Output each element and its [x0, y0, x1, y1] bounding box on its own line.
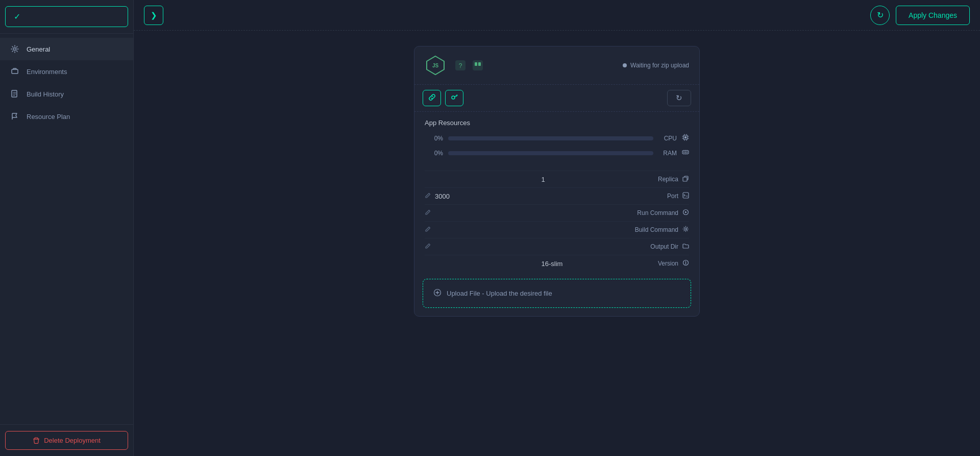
sidebar-item-label: General — [27, 45, 50, 53]
nodejs-logo: JS — [425, 55, 446, 76]
refresh-icon: ↻ — [877, 10, 884, 20]
svg-point-11 — [452, 96, 455, 99]
ram-row: 0% RAM — [425, 149, 689, 157]
sidebar-footer: Delete Deployment — [0, 424, 133, 456]
cpu-row: 0% CPU — [425, 134, 689, 142]
docs-icon[interactable] — [472, 59, 484, 71]
environments-icon — [10, 67, 19, 76]
ram-icon — [682, 149, 689, 157]
card-header-icons: ? — [454, 59, 484, 71]
delete-deployment-button[interactable]: Delete Deployment — [5, 431, 128, 450]
upload-box[interactable]: Upload File - Upload the desired file — [423, 279, 691, 308]
version-label: Version — [658, 260, 678, 267]
build-command-label: Build Command — [635, 226, 678, 233]
port-edit-icon[interactable] — [425, 193, 431, 200]
trash-icon — [33, 437, 40, 444]
replica-label: Replica — [658, 176, 678, 183]
svg-rect-8 — [473, 60, 483, 70]
ram-label: RAM — [658, 150, 677, 157]
build-command-edit-icon[interactable] — [425, 226, 431, 234]
config-rows: 1 Replica 3 — [414, 171, 699, 279]
resources-title: App Resources — [425, 119, 689, 127]
flag-icon — [10, 112, 19, 121]
svg-point-21 — [685, 228, 687, 230]
output-dir-row: Output Dir — [425, 238, 689, 255]
replica-value: 1 — [541, 176, 653, 183]
key-icon — [451, 93, 458, 103]
svg-text:?: ? — [459, 62, 462, 69]
folder-icon — [682, 243, 689, 251]
link-icon — [428, 93, 436, 103]
info-icon[interactable] — [682, 259, 689, 268]
svg-rect-17 — [687, 152, 688, 153]
run-command-label: Run Command — [637, 209, 678, 217]
sidebar-item-label: Resource Plan — [27, 113, 70, 121]
run-command-row: Run Command — [425, 204, 689, 221]
refresh-icon: ↻ — [676, 93, 682, 103]
status-dot — [623, 63, 627, 67]
sidebar-item-label: Build History — [27, 90, 64, 98]
svg-text:JS: JS — [432, 63, 439, 68]
upload-plus-icon — [433, 289, 442, 298]
terminal-small-icon — [682, 192, 689, 200]
svg-rect-13 — [684, 136, 687, 138]
card-header: JS ? — [414, 46, 699, 85]
svg-rect-19 — [683, 193, 689, 198]
svg-point-0 — [14, 48, 16, 51]
sidebar-item-general[interactable]: General — [0, 38, 133, 60]
version-row: 16-slim Version — [425, 255, 689, 272]
sidebar-item-label: Environments — [27, 68, 67, 76]
content-area: JS ? — [134, 31, 980, 456]
port-label: Port — [667, 193, 678, 200]
output-dir-label: Output Dir — [650, 243, 678, 250]
svg-rect-9 — [475, 62, 477, 66]
settings-icon — [682, 226, 689, 234]
sidebar-top: ✓ — [0, 0, 133, 34]
upload-section: Upload File - Upload the desired file — [423, 279, 691, 308]
copy-icon[interactable] — [682, 175, 689, 183]
chevron-down-icon: ✓ — [14, 12, 20, 21]
refresh-button[interactable]: ↻ — [870, 6, 890, 25]
svg-rect-16 — [685, 152, 686, 153]
svg-rect-3 — [33, 439, 39, 440]
card-refresh-button[interactable]: ↻ — [667, 90, 691, 106]
cpu-label: CPU — [658, 135, 677, 142]
port-row: 3000 Port — [425, 187, 689, 204]
sidebar-nav: General Environments Build History — [0, 34, 133, 424]
sidebar-item-resource-plan[interactable]: Resource Plan — [0, 105, 133, 128]
sidebar: ✓ General Environments — [0, 0, 134, 456]
sidebar-item-build-history[interactable]: Build History — [0, 83, 133, 105]
replica-row: 1 Replica — [425, 171, 689, 187]
delete-button-label: Delete Deployment — [44, 437, 101, 444]
app-config-card: JS ? — [414, 46, 700, 317]
svg-rect-18 — [683, 177, 687, 181]
svg-rect-1 — [12, 69, 18, 74]
ram-progress-bar — [448, 151, 653, 155]
port-value: 3000 — [435, 193, 663, 200]
sidebar-dropdown[interactable]: ✓ — [5, 6, 128, 27]
sidebar-item-environments[interactable]: Environments — [0, 60, 133, 83]
main-area: ❯ ↻ Apply Changes JS — [134, 0, 980, 456]
top-header: ❯ ↻ Apply Changes — [134, 0, 980, 31]
build-command-row: Build Command — [425, 221, 689, 238]
apply-changes-button[interactable]: Apply Changes — [896, 6, 970, 25]
card-toolbar: ↻ — [414, 85, 699, 112]
key-button[interactable] — [445, 90, 463, 106]
link-button[interactable] — [423, 90, 441, 106]
run-command-edit-icon[interactable] — [425, 209, 431, 217]
version-value: 16-slim — [541, 260, 653, 268]
cpu-progress-bar — [448, 136, 653, 140]
status-text: Waiting for zip upload — [630, 62, 689, 69]
output-dir-edit-icon[interactable] — [425, 243, 431, 251]
apply-changes-label: Apply Changes — [909, 11, 957, 19]
play-icon — [682, 209, 689, 217]
cpu-pct: 0% — [425, 135, 443, 142]
svg-rect-15 — [683, 152, 684, 153]
svg-rect-10 — [478, 62, 481, 66]
book-icon — [10, 89, 19, 99]
ram-pct: 0% — [425, 150, 443, 157]
help-icon[interactable]: ? — [454, 59, 467, 71]
terminal-arrow-icon: ❯ — [151, 11, 157, 20]
resources-section: App Resources 0% CPU — [414, 112, 699, 171]
terminal-button[interactable]: ❯ — [144, 6, 163, 25]
